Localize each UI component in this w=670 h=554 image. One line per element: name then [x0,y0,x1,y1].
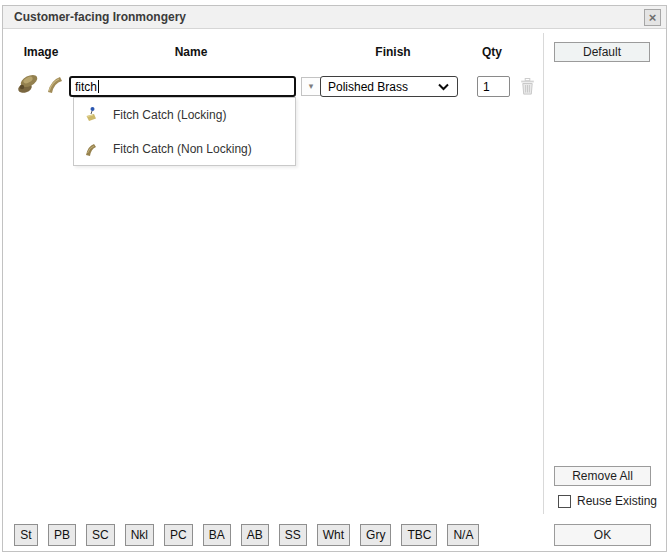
finish-shortcut-na[interactable]: N/A [447,524,479,546]
dialog-title: Customer-facing Ironmongery [14,6,186,29]
ok-button[interactable]: OK [554,524,651,546]
autocomplete-item-label: Fitch Catch (Locking) [113,108,226,122]
text-caret [98,80,99,93]
reuse-existing-label: Reuse Existing [577,494,657,508]
finish-shortcut-st[interactable]: St [14,524,38,546]
column-header-name: Name [160,45,222,59]
column-header-image: Image [20,45,62,59]
name-autocomplete-list: Fitch Catch (Locking) Fitch Catch (Non L… [73,97,296,166]
finish-shortcut-gry[interactable]: Gry [360,524,391,546]
finish-shortcut-sc[interactable]: SC [86,524,115,546]
default-button[interactable]: Default [554,42,650,62]
autocomplete-item-fitch-catch-locking[interactable]: Fitch Catch (Locking) [74,98,295,132]
finish-shortcut-nkl[interactable]: Nkl [125,524,154,546]
finish-shortcut-pc[interactable]: PC [164,524,193,546]
autocomplete-item-fitch-catch-non-locking[interactable]: Fitch Catch (Non Locking) [74,132,295,166]
fitch-catch-locking-thumbnail-icon [83,106,101,124]
customer-ironmongery-dialog: Customer-facing Ironmongery × Image Name… [0,0,670,554]
column-header-qty: Qty [476,45,508,59]
panel-divider [543,33,544,514]
qty-input[interactable] [477,76,510,97]
fitch-catch-non-locking-thumbnail-icon [83,140,101,158]
finish-select-value: Polished Brass [328,80,438,94]
reuse-existing-option: Reuse Existing [558,494,657,508]
finish-shortcut-tbc[interactable]: TBC [401,524,437,546]
delete-row-trash-icon[interactable] [520,78,535,95]
name-input[interactable]: fitch [69,76,296,97]
name-dropdown-arrow-icon[interactable]: ▾ [301,77,321,96]
finish-shortcut-wht[interactable]: Wht [317,524,350,546]
dialog-titlebar: Customer-facing Ironmongery × [3,6,666,29]
finish-shortcut-ss[interactable]: SS [279,524,307,546]
product-image [15,68,67,98]
close-icon[interactable]: × [644,9,661,26]
finish-shortcut-ba[interactable]: BA [203,524,231,546]
finish-shortcut-ab[interactable]: AB [241,524,269,546]
autocomplete-item-label: Fitch Catch (Non Locking) [113,142,252,156]
finish-shortcut-pb[interactable]: PB [48,524,76,546]
finish-shortcut-bar: St PB SC Nkl PC BA AB SS Wht Gry TBC N/A [14,524,479,546]
reuse-existing-checkbox[interactable] [558,495,571,508]
name-input-value: fitch [75,80,97,94]
chevron-down-icon [438,83,449,91]
finish-select[interactable]: Polished Brass [320,76,458,97]
remove-all-button[interactable]: Remove All [554,466,651,486]
column-header-finish: Finish [362,45,424,59]
